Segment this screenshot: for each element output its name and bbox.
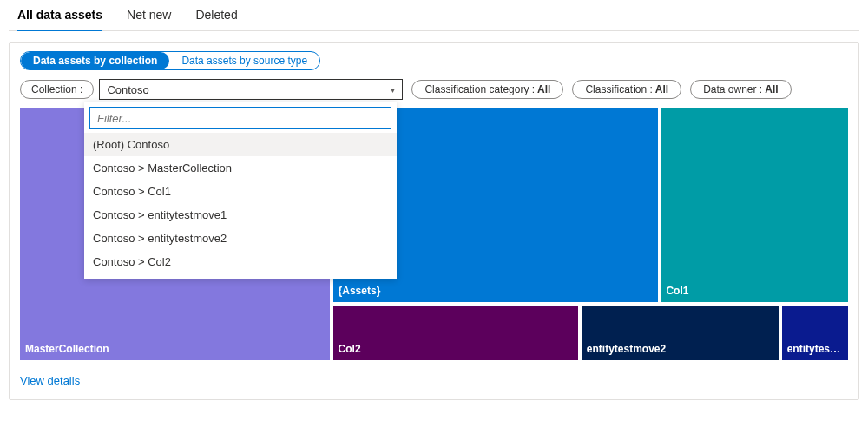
filter-classification[interactable]: Classification : All [572, 80, 681, 99]
filter-row: Collection : Contoso ▾ (Root) Contoso Co… [20, 79, 848, 100]
tab-all-data-assets[interactable]: All data assets [17, 0, 102, 31]
filter-data-owner[interactable]: Data owner : All [690, 80, 791, 99]
chevron-down-icon: ▾ [391, 85, 395, 95]
collection-filter-wrap: Collection : Contoso ▾ (Root) Contoso Co… [20, 79, 403, 100]
treemap-tile-label: MasterCollection [25, 343, 325, 355]
filter-label: Data owner : [703, 83, 762, 95]
dropdown-item[interactable]: Contoso > Col2 [84, 250, 397, 273]
collection-value: Contoso [107, 83, 148, 96]
filter-value: All [655, 83, 668, 95]
dropdown-filter-input[interactable] [89, 107, 391, 129]
filter-label: Classification category : [424, 83, 535, 95]
dropdown-item[interactable]: Contoso > Col1 [84, 180, 397, 203]
filter-value: All [765, 83, 778, 95]
treemap-tile-label: entitytestmov... [787, 343, 843, 355]
treemap-tile-label: entitytestmove2 [587, 343, 773, 355]
insights-card: Data assets by collection Data assets by… [9, 42, 859, 400]
treemap-tile[interactable]: entitytestmove2 [582, 306, 779, 360]
toggle-by-source[interactable]: Data assets by source type [169, 52, 319, 69]
filter-classification-category[interactable]: Classification category : All [411, 80, 563, 99]
dropdown-item[interactable]: Contoso > entitytestmove2 [84, 227, 397, 250]
treemap-tile[interactable]: entitytestmov... [782, 306, 848, 360]
dropdown-item[interactable]: (Root) Contoso [84, 133, 397, 156]
tab-net-new[interactable]: Net new [127, 0, 171, 31]
dropdown-item[interactable]: Contoso > MasterCollection [84, 156, 397, 180]
top-tabs: All data assets Net new Deleted [9, 0, 859, 31]
collection-dropdown: (Root) Contoso Contoso > MasterCollectio… [84, 102, 397, 279]
toggle-by-collection[interactable]: Data assets by collection [21, 52, 169, 69]
tab-deleted[interactable]: Deleted [195, 0, 237, 31]
collection-label: Collection : [20, 80, 94, 99]
collection-select[interactable]: Contoso ▾ [99, 79, 403, 100]
treemap-tile[interactable]: Col2 [333, 306, 578, 360]
treemap-tile[interactable]: Col1 [661, 108, 848, 302]
treemap-tile-label: {Assets} [339, 285, 653, 297]
treemap-tile-label: Col1 [666, 285, 843, 297]
view-details-link[interactable]: View details [20, 374, 80, 387]
dropdown-item[interactable]: Contoso > entitytestmove1 [84, 203, 397, 227]
filter-value: All [537, 83, 550, 95]
filter-label: Classification : [585, 83, 652, 95]
treemap-tile-label: Col2 [339, 343, 573, 355]
view-toggle: Data assets by collection Data assets by… [20, 51, 320, 70]
